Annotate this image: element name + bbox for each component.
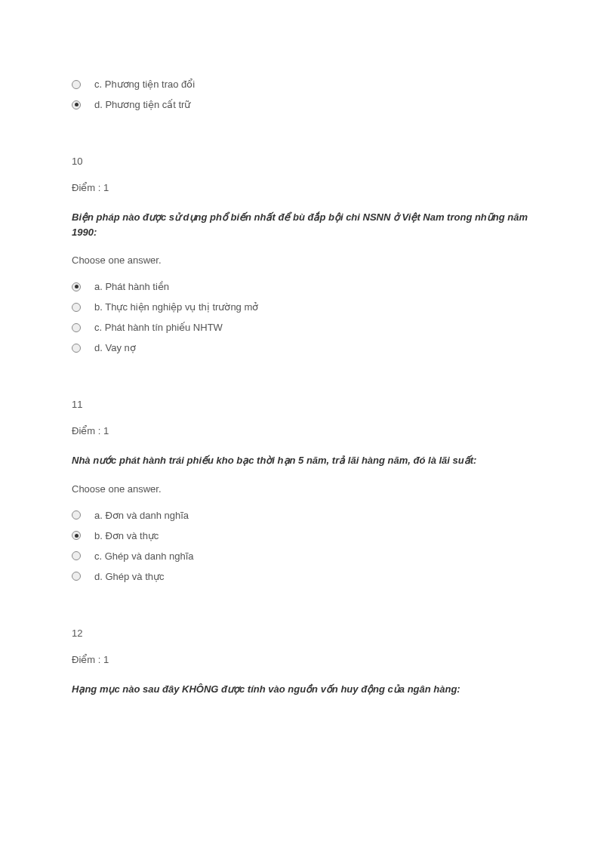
- option-row: c. Phương tiện trao đổi: [72, 79, 544, 90]
- option-row: d. Vay nợ: [72, 342, 544, 353]
- choose-instruction: Choose one answer.: [72, 254, 544, 266]
- option-label: d. Phương tiện cất trữ: [94, 99, 190, 110]
- radio-option-a[interactable]: [72, 282, 81, 291]
- question-text: Nhà nước phát hành trái phiếu kho bạc th…: [72, 453, 544, 468]
- option-label: a. Đơn và danh nghĩa: [94, 510, 189, 521]
- option-label: c. Phát hành tín phiếu NHTW: [94, 322, 223, 333]
- option-row: c. Phát hành tín phiếu NHTW: [72, 322, 544, 333]
- question-text: Biện pháp nào được sử dụng phổ biến nhất…: [72, 210, 544, 239]
- question-text: Hạng mục nào sau đây KHÔNG được tính vào…: [72, 682, 544, 697]
- radio-option-d[interactable]: [72, 344, 81, 353]
- radio-option-b[interactable]: [72, 303, 81, 312]
- question-options: a. Đơn và danh nghĩa b. Đơn và thực c. G…: [72, 510, 544, 582]
- question-number: 11: [72, 399, 544, 410]
- option-label: c. Phương tiện trao đổi: [94, 79, 195, 90]
- question-points: Điểm : 1: [72, 425, 544, 436]
- radio-option-a[interactable]: [72, 510, 81, 520]
- question-12: 12 Điểm : 1 Hạng mục nào sau đây KHÔNG đ…: [72, 628, 544, 697]
- radio-option-c[interactable]: [72, 80, 81, 89]
- option-label: a. Phát hành tiền: [94, 281, 169, 292]
- question-options: a. Phát hành tiền b. Thực hiện nghiệp vụ…: [72, 281, 544, 353]
- option-row: c. Ghép và danh nghĩa: [72, 550, 544, 562]
- option-row: a. Phát hành tiền: [72, 281, 544, 292]
- option-row: d. Phương tiện cất trữ: [72, 99, 544, 110]
- radio-option-d[interactable]: [72, 100, 81, 109]
- option-row: d. Ghép và thực: [72, 571, 544, 582]
- option-row: a. Đơn và danh nghĩa: [72, 510, 544, 521]
- radio-option-c[interactable]: [72, 551, 81, 560]
- question-11: 11 Điểm : 1 Nhà nước phát hành trái phiế…: [72, 399, 544, 582]
- question-10: 10 Điểm : 1 Biện pháp nào được sử dụng p…: [72, 156, 544, 353]
- question-number: 12: [72, 628, 544, 639]
- option-label: b. Thực hiện nghiệp vụ thị trường mở: [94, 301, 258, 313]
- option-label: d. Ghép và thực: [94, 571, 165, 582]
- option-row: b. Thực hiện nghiệp vụ thị trường mở: [72, 301, 544, 313]
- radio-option-b[interactable]: [72, 531, 81, 540]
- question-points: Điểm : 1: [72, 182, 544, 193]
- partial-question-options: c. Phương tiện trao đổi d. Phương tiện c…: [72, 79, 544, 110]
- question-points: Điểm : 1: [72, 654, 544, 665]
- choose-instruction: Choose one answer.: [72, 483, 544, 495]
- option-label: b. Đơn và thực: [94, 530, 159, 541]
- option-label: d. Vay nợ: [94, 342, 136, 353]
- question-number: 10: [72, 156, 544, 167]
- option-label: c. Ghép và danh nghĩa: [94, 550, 194, 562]
- option-row: b. Đơn và thực: [72, 530, 544, 541]
- radio-option-c[interactable]: [72, 323, 81, 332]
- radio-option-d[interactable]: [72, 572, 81, 581]
